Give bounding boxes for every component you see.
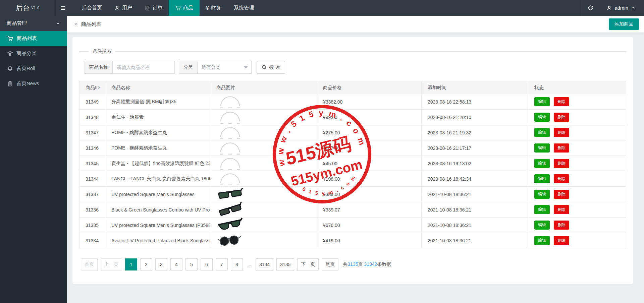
product-add-time: 2023-08-16 19:13:02 [422,156,528,171]
page-button[interactable]: 3135 [276,258,294,270]
status-cell: 编辑 删除 [528,202,626,218]
status-cell: 编辑 删除 [528,156,626,171]
edit-button[interactable]: 编辑 [534,128,550,137]
edit-button[interactable]: 编辑 [534,236,550,245]
app-logo[interactable]: 后台 V1.0 [0,0,55,16]
product-id: 31335 [79,218,105,233]
delete-button[interactable]: 删除 [554,159,569,168]
page-button[interactable]: 4 [170,258,182,270]
add-product-button[interactable]: 添加商品 [609,18,639,30]
sidebar-item-home-news[interactable]: 首页News [0,76,67,91]
search-button[interactable]: 搜 索 [257,61,285,74]
delete-button[interactable]: 删除 [554,97,569,106]
page-button[interactable]: 2 [140,258,152,270]
product-add-time: 2023-08-18 22:58:13 [422,94,528,110]
cart-icon [7,36,13,41]
nav-tab-label: 用户 [122,5,132,11]
page-button[interactable]: 5 [185,258,198,270]
delete-button[interactable]: 删除 [554,205,569,214]
edit-button[interactable]: 编辑 [534,143,550,153]
product-image-cell [210,140,317,156]
refresh-button[interactable] [580,0,601,16]
header-product-image: 商品图片 [210,81,317,94]
product-name: 身高體重測量儀 (附BMI計算)×5 [105,94,210,110]
delete-button[interactable]: 删除 [554,236,569,245]
sidebar-item-product-list[interactable]: 商品列表 [0,31,67,46]
pagination-summary: 共3135页 31342条数据 [343,261,391,267]
cart-icon [175,5,181,11]
page-button[interactable]: 尾页 [322,258,338,270]
person-icon [115,5,120,11]
product-name: UV protected Square Men's Sunglasses [105,187,210,202]
content: 条件搜索 商品名称 分类 所有分类 [67,33,644,284]
delete-button[interactable]: 删除 [554,143,569,153]
search-button-label: 搜 索 [269,64,280,70]
nav-tab-users[interactable]: 用户 [108,0,139,16]
header-add-time: 添加时间 [422,81,528,94]
table-row: 31349 身高體重測量儀 (附BMI計算)×5 ¥3382.00 2023-0… [79,94,626,110]
delete-button[interactable]: 删除 [554,174,569,183]
delete-button[interactable]: 删除 [554,190,569,199]
sidebar-item-label: 商品分类 [16,50,37,57]
user-menu[interactable]: admin [601,0,644,16]
product-name-input[interactable] [112,61,175,74]
product-image [216,218,244,233]
page-button[interactable]: 3 [155,258,167,270]
nav-tab-label: 商品 [183,5,193,11]
product-price: ¥339.07 [317,202,422,218]
chevron-down-icon [56,21,60,26]
delete-button[interactable]: 删除 [554,221,569,230]
nav-tab-orders[interactable]: 订单 [139,0,169,16]
product-image [216,202,244,217]
category-select[interactable]: 所有分类 [197,61,252,74]
search-section: 条件搜索 商品名称 分类 所有分类 [79,51,626,74]
hamburger-icon [60,5,66,11]
sidebar-item-product-category[interactable]: 商品分类 [0,46,67,61]
sidebar-group-label: 商品管理 [7,20,27,26]
nav-tab-finance[interactable]: ¥ 财务 [200,0,227,16]
product-image-cell [210,202,317,218]
edit-button[interactable]: 编辑 [534,113,550,122]
header-status: 状态 [528,81,626,94]
delete-button[interactable]: 删除 [554,128,569,137]
product-name: UV protected Square Men's Sunglasses (P3… [105,218,210,233]
table-row: 31334 Aviator UV Protected Polarized Bla… [79,233,626,248]
page-button: 首页 [81,258,98,270]
product-add-time: 2023-08-16 21:19:32 [422,125,528,140]
product-image-cell [210,171,317,187]
status-cell: 编辑 删除 [528,171,626,187]
edit-button[interactable]: 编辑 [534,97,550,106]
status-cell: 编辑 删除 [528,125,626,140]
nav-tab-products[interactable]: 商品 [169,0,200,16]
search-legend: 条件搜索 [89,48,115,54]
app-title: 后台 [16,3,30,12]
edit-button[interactable]: 编辑 [534,221,550,230]
nav-tab-home[interactable]: 后台首页 [75,0,108,16]
nav-tab-system[interactable]: 系统管理 [227,0,260,16]
page-button[interactable]: 1 [125,258,137,270]
sidebar-item-label: 首页News [16,80,39,87]
product-image [216,156,244,171]
page-button: 上一页 [101,258,122,270]
product-list-card: 条件搜索 商品名称 分类 所有分类 [72,37,633,284]
edit-button[interactable]: 编辑 [534,174,550,183]
product-image-cell [210,218,317,233]
category-selected-value: 所有分类 [202,64,220,70]
page-button[interactable]: 6 [201,258,213,270]
edit-button[interactable]: 编辑 [534,205,550,214]
admin-page: 后台 V1.0 后台首页 用户 [0,0,644,303]
page-button[interactable]: 7 [216,258,228,270]
sidebar-item-home-roll[interactable]: 首页Roll [0,61,67,76]
page-button[interactable]: 3134 [256,258,273,270]
page-button[interactable]: 8 [231,258,243,270]
product-add-time: 2021-10-08 18:36:21 [422,202,528,218]
summary-records-unit: 条数据 [377,261,391,267]
delete-button[interactable]: 删除 [554,113,569,122]
edit-button[interactable]: 编辑 [534,190,550,199]
sidebar-group-products[interactable]: 商品管理 [0,16,67,31]
edit-button[interactable]: 编辑 [534,159,550,168]
status-cell: 编辑 删除 [528,140,626,156]
page-button[interactable]: 下一页 [297,258,319,270]
nav-tab-label: 系统管理 [234,5,254,11]
sidebar-toggle-button[interactable] [55,0,70,16]
